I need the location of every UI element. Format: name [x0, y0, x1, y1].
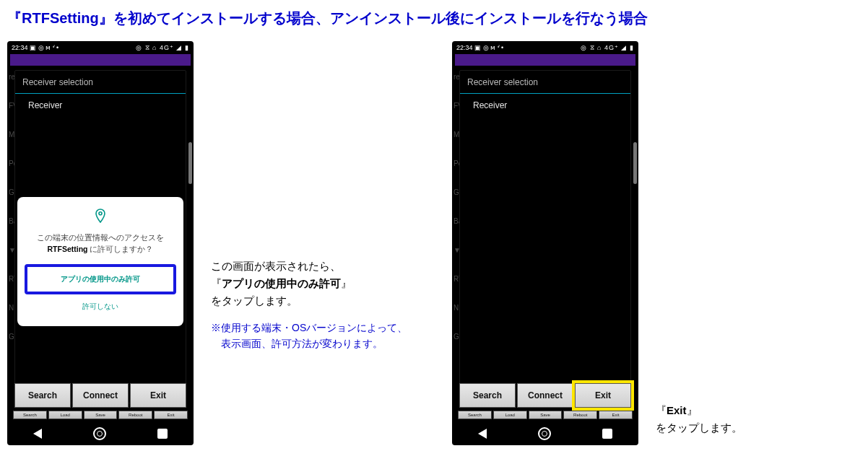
connect-button[interactable]: Connect [72, 383, 129, 408]
bg-load-button: Load [493, 411, 527, 419]
bg-save-button: Save [529, 411, 563, 419]
bg-exit-button: Exit [599, 411, 633, 419]
selection-modal: Receiver selection Receiver [459, 70, 631, 403]
bg-reboot-button: Reboot [118, 411, 152, 419]
list-item[interactable]: Receiver [15, 94, 186, 117]
list-item[interactable]: Receiver [460, 94, 630, 117]
bottom-button-row: Search Connect Exit [14, 383, 186, 408]
annotation-right: 『Exit』 をタップします。 [656, 402, 815, 437]
status-icons: ◎ ⧖ ⌂ 4G⁺ ◢ ▮ [136, 44, 189, 52]
permission-message: この端末の位置情報へのアクセスを RTFSetting に許可しますか？ [25, 232, 176, 255]
status-time: 22:34 ▣ ◎ ᴍ ᔊ • [12, 44, 58, 52]
modal-title: Receiver selection [15, 71, 186, 94]
exit-button[interactable]: Exit [575, 383, 631, 408]
app-toolbar [10, 54, 191, 66]
phone-right: 22:34 ▣ ◎ ᴍ ᔊ • ◎ ⧖ ⌂ 4G⁺ ◢ ▮ reFVMPcGIB… [452, 41, 638, 445]
scrollbar-thumb[interactable] [633, 142, 637, 184]
statusbar: 22:34 ▣ ◎ ᴍ ᔊ • ◎ ⧖ ⌂ 4G⁺ ◢ ▮ [7, 41, 194, 54]
location-pin-icon [25, 209, 176, 227]
page-title: 『RTFSetting』を初めてインストールする場合、アンインストール後にインス… [7, 9, 861, 28]
system-navbar [7, 422, 194, 445]
system-navbar [452, 422, 638, 445]
svg-point-0 [99, 212, 102, 215]
connect-button[interactable]: Connect [517, 383, 573, 408]
bg-button-row: Search Load Save Reboot Exit [13, 411, 188, 419]
nav-back-icon[interactable] [33, 429, 42, 439]
deny-button[interactable]: 許可しない [25, 294, 176, 319]
app-toolbar [455, 54, 635, 66]
nav-home-icon[interactable] [93, 427, 106, 440]
statusbar: 22:34 ▣ ◎ ᴍ ᔊ • ◎ ⧖ ⌂ 4G⁺ ◢ ▮ [452, 41, 638, 54]
permission-dialog: この端末の位置情報へのアクセスを RTFSetting に許可しますか？ アプリ… [17, 197, 183, 326]
nav-recent-icon[interactable] [602, 429, 612, 439]
bg-save-button: Save [84, 411, 118, 419]
nav-recent-icon[interactable] [157, 429, 168, 439]
nav-back-icon[interactable] [478, 429, 487, 439]
bg-search-button: Search [458, 411, 492, 419]
bg-search-button: Search [13, 411, 47, 419]
search-button[interactable]: Search [14, 383, 71, 408]
scrollbar-thumb[interactable] [188, 142, 192, 184]
nav-home-icon[interactable] [538, 427, 551, 440]
annotation-left: この画面が表示されたら、 『アプリの使用中のみ許可』 をタップします。 ※使用す… [211, 258, 435, 352]
exit-button[interactable]: Exit [130, 383, 186, 408]
modal-title: Receiver selection [460, 71, 630, 94]
status-icons: ◎ ⧖ ⌂ 4G⁺ ◢ ▮ [581, 44, 634, 52]
status-time: 22:34 ▣ ◎ ᴍ ᔊ • [456, 44, 503, 52]
bottom-button-row: Search Connect Exit [459, 383, 631, 408]
allow-while-using-button[interactable]: アプリの使用中のみ許可 [25, 264, 176, 294]
bg-button-row: Search Load Save Reboot Exit [458, 411, 633, 419]
phone-left: 22:34 ▣ ◎ ᴍ ᔊ • ◎ ⧖ ⌂ 4G⁺ ◢ ▮ reFVMPcGIB… [7, 41, 194, 445]
bg-load-button: Load [48, 411, 82, 419]
search-button[interactable]: Search [459, 383, 516, 408]
bg-reboot-button: Reboot [563, 411, 597, 419]
bg-exit-button: Exit [154, 411, 188, 419]
